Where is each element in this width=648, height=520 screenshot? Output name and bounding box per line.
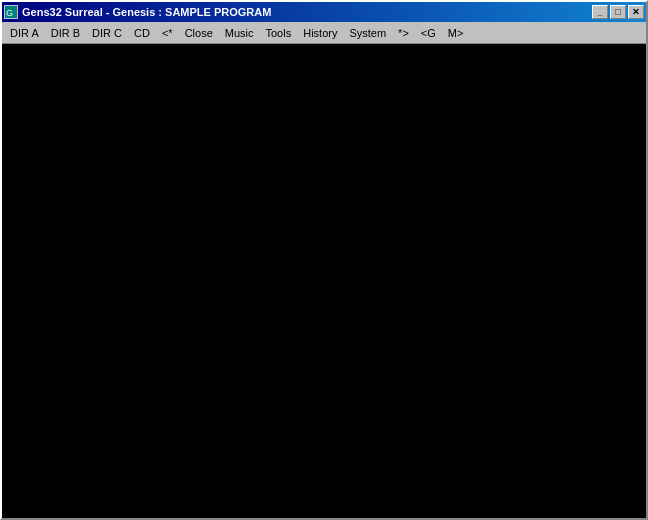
menu-item-close[interactable]: Close: [179, 25, 219, 41]
window-title: Gens32 Surreal - Genesis : SAMPLE PROGRA…: [22, 6, 271, 18]
menu-item-history[interactable]: History: [297, 25, 343, 41]
menu-item-music[interactable]: Music: [219, 25, 260, 41]
menu-item-tools[interactable]: Tools: [260, 25, 298, 41]
main-window: G Gens32 Surreal - Genesis : SAMPLE PROG…: [0, 0, 648, 520]
title-bar: G Gens32 Surreal - Genesis : SAMPLE PROG…: [2, 2, 646, 22]
menu-item-g-shortcut[interactable]: <G: [415, 25, 442, 41]
menu-item-dir-b[interactable]: DIR B: [45, 25, 86, 41]
menu-item-system[interactable]: System: [343, 25, 392, 41]
title-bar-left: G Gens32 Surreal - Genesis : SAMPLE PROG…: [4, 5, 271, 19]
menu-bar: DIR ADIR BDIR CCD<*CloseMusicToolsHistor…: [2, 22, 646, 44]
title-buttons: _ □ ✕: [592, 5, 644, 19]
maximize-button[interactable]: □: [610, 5, 626, 19]
menu-item-dir-a[interactable]: DIR A: [4, 25, 45, 41]
menu-item-nav-forward[interactable]: *>: [392, 25, 415, 41]
close-button[interactable]: ✕: [628, 5, 644, 19]
menu-item-dir-c[interactable]: DIR C: [86, 25, 128, 41]
menu-item-nav-back[interactable]: <*: [156, 25, 179, 41]
menu-item-cd[interactable]: CD: [128, 25, 156, 41]
content-area: [2, 44, 646, 518]
app-icon: G: [4, 5, 18, 19]
svg-text:G: G: [6, 8, 13, 18]
minimize-button[interactable]: _: [592, 5, 608, 19]
menu-item-m-shortcut[interactable]: M>: [442, 25, 470, 41]
